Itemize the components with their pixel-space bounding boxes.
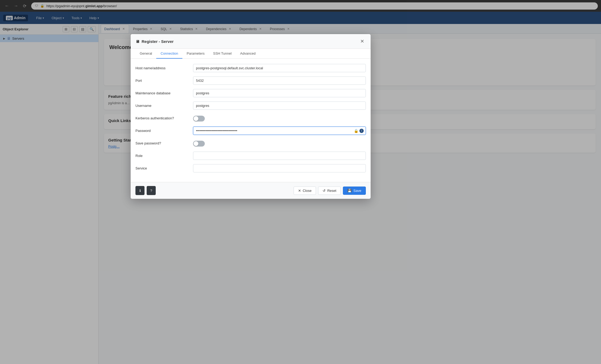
lock-password-icon: 🔒 bbox=[354, 129, 358, 133]
footer-right: ✕ Close ↺ Reset 💾 Save bbox=[294, 187, 366, 195]
maintenance-input[interactable] bbox=[193, 89, 366, 97]
port-input[interactable] bbox=[193, 76, 366, 85]
username-control bbox=[193, 102, 366, 110]
modal-tab-ssh-tunnel[interactable]: SSH Tunnel bbox=[209, 49, 236, 59]
help-button[interactable]: ? bbox=[147, 186, 156, 195]
form-row-username: Username bbox=[135, 102, 366, 110]
modal-title: 🖥 Register - Server bbox=[135, 39, 174, 44]
modal-tabs: General Connection Parameters SSH Tunnel… bbox=[131, 49, 371, 59]
modal-tab-general[interactable]: General bbox=[135, 49, 156, 59]
reset-icon: ↺ bbox=[323, 189, 326, 193]
maintenance-control bbox=[193, 89, 366, 97]
kerberos-label: Kerberos authentication? bbox=[135, 114, 189, 120]
modal-tab-advanced[interactable]: Advanced bbox=[236, 49, 260, 59]
host-input[interactable] bbox=[193, 64, 366, 72]
form-row-host: Host name/address bbox=[135, 64, 366, 72]
save-button[interactable]: 💾 Save bbox=[343, 187, 366, 195]
info-password-icon[interactable]: i bbox=[359, 129, 364, 133]
password-wrapper: 🔒 i bbox=[193, 127, 366, 135]
maintenance-label: Maintenance database bbox=[135, 89, 189, 95]
save-icon: 💾 bbox=[347, 189, 352, 193]
info-icon: ℹ bbox=[139, 189, 141, 193]
service-input[interactable] bbox=[193, 164, 366, 172]
close-icon: ✕ bbox=[298, 189, 301, 193]
username-input[interactable] bbox=[193, 102, 366, 110]
modal-tab-connection[interactable]: Connection bbox=[156, 49, 182, 59]
service-label: Service bbox=[135, 164, 189, 170]
modal-header: 🖥 Register - Server ✕ bbox=[131, 34, 371, 49]
service-control bbox=[193, 164, 366, 172]
password-input[interactable] bbox=[193, 127, 366, 135]
save-password-control bbox=[193, 139, 366, 147]
form-row-maintenance: Maintenance database bbox=[135, 89, 366, 97]
password-control: 🔒 i bbox=[193, 127, 366, 135]
port-control bbox=[193, 76, 366, 85]
reset-button[interactable]: ↺ Reset bbox=[318, 187, 341, 195]
host-control bbox=[193, 64, 366, 72]
save-password-toggle[interactable] bbox=[193, 141, 205, 147]
help-icon: ? bbox=[150, 189, 152, 193]
form-row-service: Service bbox=[135, 164, 366, 172]
role-input[interactable] bbox=[193, 152, 366, 160]
password-icons: 🔒 i bbox=[354, 129, 364, 133]
kerberos-toggle[interactable] bbox=[193, 116, 205, 122]
info-button[interactable]: ℹ bbox=[135, 186, 145, 195]
footer-left: ℹ ? bbox=[135, 186, 156, 195]
form-row-role: Role bbox=[135, 152, 366, 160]
save-password-label: Save password? bbox=[135, 139, 189, 145]
modal-form: Host name/address Port Maintenance datab… bbox=[131, 59, 371, 182]
modal-overlay: 🖥 Register - Server ✕ General Connection… bbox=[0, 0, 601, 364]
toggle-knob-save bbox=[194, 141, 198, 146]
role-control bbox=[193, 152, 366, 160]
form-row-kerberos: Kerberos authentication? bbox=[135, 114, 366, 122]
close-button[interactable]: ✕ Close bbox=[294, 187, 316, 195]
toggle-knob bbox=[194, 116, 198, 121]
host-label: Host name/address bbox=[135, 64, 189, 70]
form-row-password: Password 🔒 i bbox=[135, 127, 366, 135]
password-label: Password bbox=[135, 127, 189, 133]
form-row-port: Port bbox=[135, 76, 366, 85]
server-icon: 🖥 bbox=[135, 39, 139, 44]
modal-close-button[interactable]: ✕ bbox=[359, 38, 366, 45]
role-label: Role bbox=[135, 152, 189, 158]
modal-footer: ℹ ? ✕ Close ↺ Reset 💾 Save bbox=[131, 182, 371, 199]
register-server-modal: 🖥 Register - Server ✕ General Connection… bbox=[131, 34, 371, 199]
port-label: Port bbox=[135, 76, 189, 83]
username-label: Username bbox=[135, 102, 189, 108]
modal-tab-parameters[interactable]: Parameters bbox=[182, 49, 209, 59]
form-row-save-password: Save password? bbox=[135, 139, 366, 147]
kerberos-control bbox=[193, 114, 366, 122]
